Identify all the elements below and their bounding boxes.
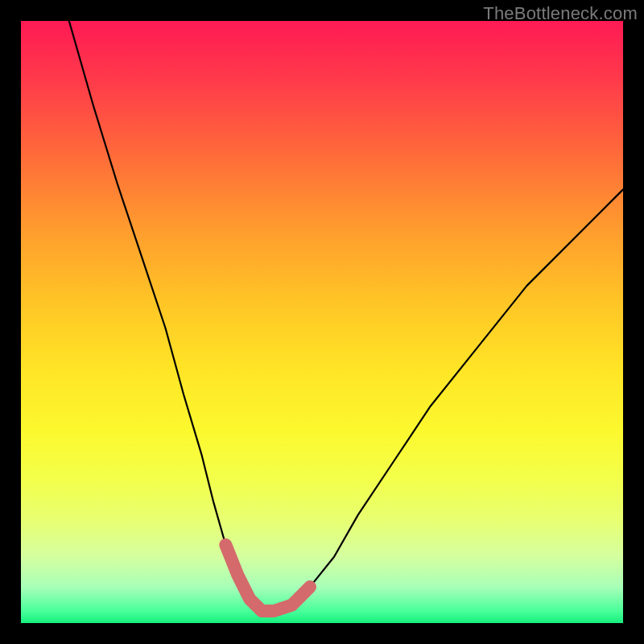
bottleneck-highlight [225, 545, 310, 611]
watermark-text: TheBottleneck.com [483, 3, 638, 24]
gradient-plot-area [21, 21, 623, 623]
chart-svg [21, 21, 623, 623]
bottleneck-curve [69, 21, 623, 611]
